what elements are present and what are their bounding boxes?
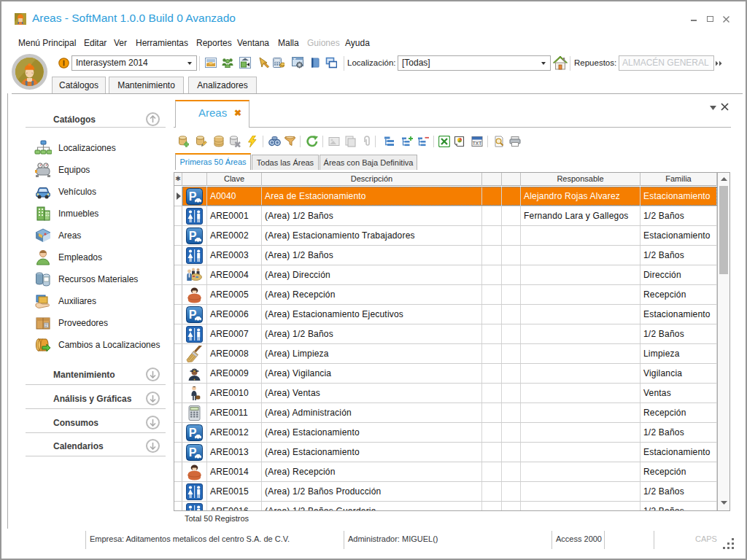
svg-text:TXT: TXT <box>473 141 481 146</box>
